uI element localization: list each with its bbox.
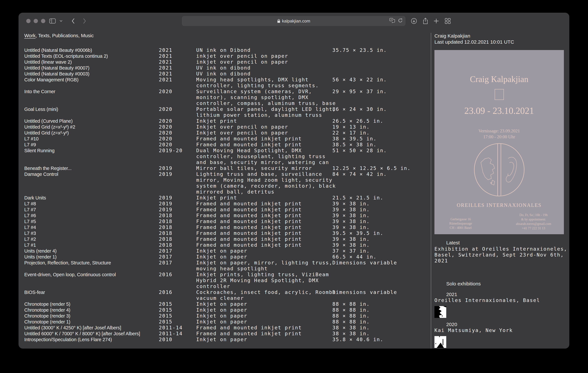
nav-link-work[interactable]: Work: [24, 33, 36, 38]
lock-icon[interactable]: [277, 19, 280, 23]
new-tab-button[interactable]: [433, 17, 440, 25]
work-year: 2019: [159, 165, 196, 171]
work-row: Untitled (3000° K / 4250° K) [after Jose…: [24, 325, 431, 331]
sidebar-toggle-button[interactable]: [49, 17, 56, 25]
zoom-button[interactable]: [41, 19, 45, 23]
work-title-link[interactable]: L7 #9: [24, 142, 159, 148]
work-year: 2018: [159, 242, 196, 248]
work-row: Beneath the Register...2019Mirror ball t…: [24, 165, 431, 171]
work-title-link[interactable]: Chronotope (render 5): [24, 301, 159, 307]
sidebar-menu-chevron[interactable]: [59, 17, 63, 25]
close-button[interactable]: [26, 19, 31, 23]
minimize-button[interactable]: [34, 19, 38, 23]
work-title-link[interactable]: L7 #10: [24, 136, 159, 142]
solo-venue-link[interactable]: Oreilles Internaxionales, Basel: [434, 297, 569, 303]
work-title-link[interactable]: Untitled (Natural Beauty #0003): [24, 71, 159, 77]
work-title-link[interactable]: Untitled Grid (z=x²-y²): [24, 130, 159, 136]
work-year: 2015: [159, 313, 196, 319]
work-title-link[interactable]: Untitled (Curved Plane): [24, 118, 159, 124]
work-year: 2021: [159, 71, 196, 77]
forward-button[interactable]: [81, 17, 88, 25]
work-materials: Framed and mounted inkjet print: [196, 224, 337, 230]
work-title-link[interactable]: Units (render 1): [24, 254, 159, 260]
work-year: 2021: [159, 47, 196, 53]
poster-address: Gerbergasse 16 Rümelinspassage CH - 4001…: [441, 217, 480, 230]
work-row: L7 #92020Framed and mounted inkjet print…: [24, 142, 431, 148]
nav-link-texts[interactable]: Texts: [38, 33, 49, 38]
work-title-link[interactable]: L7 #4: [24, 224, 159, 230]
poster-info-line: & by appointment:: [506, 217, 561, 222]
poster-artist: Craig Kalpakjian: [434, 74, 564, 84]
downloads-button[interactable]: [410, 17, 418, 25]
share-icon: [423, 18, 428, 24]
work-dimensions: 39 × 38 in.: [332, 224, 431, 230]
solo-year: 2021: [434, 291, 569, 297]
work-title-link[interactable]: L7 #3: [24, 230, 159, 236]
nav-link-publications[interactable]: Publications: [52, 33, 78, 38]
work-row: Untitled (Natural Beauty #0003)2021UV in…: [24, 71, 431, 77]
work-title-link[interactable]: Color Management (RGB): [24, 77, 159, 83]
mountain-thumbnail[interactable]: [434, 336, 446, 348]
work-title-link[interactable]: Damage Control: [24, 171, 159, 177]
work-year: 2019: [159, 201, 196, 207]
work-title-link[interactable]: L7 #1: [24, 242, 159, 248]
reload-icon[interactable]: [398, 18, 403, 24]
back-button[interactable]: [70, 17, 77, 25]
work-materials: Inkjet print: [196, 118, 337, 124]
latest-text: Exhibition at Oreilles Internaxioneles, …: [434, 246, 569, 264]
translate-icon[interactable]: A: [389, 18, 395, 24]
work-materials: inkjet over pencil on paper: [196, 53, 337, 59]
work-title-link[interactable]: Untitled (Natural Beauty #0006b): [24, 47, 159, 53]
exhibition-poster[interactable]: Craig Kalpakjian 23.09 - 23.10.2021 Vern…: [434, 50, 564, 234]
work-title-link[interactable]: Chronotope (render 3): [24, 313, 159, 319]
work-row: L7 #42018Framed and mounted inkjet print…: [24, 224, 431, 230]
work-title-link[interactable]: Dark Units: [24, 195, 159, 201]
work-title-link[interactable]: L7 #7: [24, 207, 159, 213]
work-title-link[interactable]: Silent Running: [24, 148, 159, 154]
work-title-link[interactable]: L7 #2: [24, 236, 159, 242]
work-title-link[interactable]: Event-driven, Open loop, Continuous cont…: [24, 272, 159, 278]
poster-info-line: Do, Fr, Sa | 16h - 19h: [506, 213, 561, 217]
work-title-link[interactable]: Untitled Texts (EOL-scriptura continua 2…: [24, 53, 159, 59]
work-row: Untitled Texts (EOL-scriptura continua 2…: [24, 53, 431, 59]
work-title-link[interactable]: Beneath the Register...: [24, 165, 159, 171]
work-title-link[interactable]: Projection, Reflection, Structure, Struc…: [24, 260, 159, 266]
work-title-link[interactable]: Untitled (Natural Beauty #0007): [24, 65, 159, 71]
tab-overview-button[interactable]: [444, 17, 451, 25]
last-updated: Last updated 12.02.2021 10:01 UTC: [434, 39, 569, 45]
work-row: Untitled (Natural Beauty #0007)2021UV in…: [24, 65, 431, 71]
work-row: Chronotope (render 5)2015Inkjet on paper…: [24, 301, 431, 307]
poster-info-line: absarah.torres@gmail.com: [506, 222, 561, 226]
work-title-link[interactable]: L7 #5: [24, 218, 159, 224]
work-materials: Framed and mounted inkjet print: [196, 201, 337, 207]
url-field[interactable]: kalpakjian.com A: [182, 16, 405, 26]
work-title-link[interactable]: BIOS-fear: [24, 289, 159, 295]
work-row: Untitled (Curved Plane)2020Inkjet print2…: [24, 118, 431, 124]
map-thumbnail[interactable]: [434, 306, 446, 318]
work-title-link[interactable]: Untitled Grid (z=x²-y²) #2: [24, 124, 159, 130]
work-materials: Framed and mounted inkjet print: [196, 213, 337, 218]
work-title-link[interactable]: Chronotope (render 4): [24, 307, 159, 313]
poster-vernissage: Vernissage: 23.09.2021: [434, 128, 564, 134]
work-title-link[interactable]: Untitled 6000° K / 7000° K / 8000° K) [a…: [24, 331, 159, 337]
poster-opening-info: Do, Fr, Sa | 16h - 19h & by appointment:…: [506, 213, 561, 230]
work-title-link[interactable]: L7 #6: [24, 213, 159, 218]
work-title-link[interactable]: L7 #8: [24, 201, 159, 207]
work-title-link[interactable]: Introspection/Speculation (Lens Flare 27…: [24, 337, 159, 342]
poster-hours: 17:00 - 20:00 Uhr: [434, 134, 564, 139]
work-dimensions: 22 × 17 in.: [332, 130, 431, 136]
work-title-link[interactable]: Untitled (linear wave 2): [24, 59, 159, 65]
work-title-link[interactable]: Goal Less (mini): [24, 106, 159, 112]
work-materials: Framed and mounted inkjet print: [196, 325, 337, 331]
work-title-link[interactable]: Untitled (3000° K / 4250° K) [after Jose…: [24, 325, 159, 331]
work-title-link[interactable]: Into the Corner: [24, 89, 159, 94]
work-dimensions: 37 × 37 in.: [332, 248, 431, 254]
work-title-link[interactable]: Chronotope (render 1): [24, 319, 159, 325]
work-materials: Framed and mounted inkjet print: [196, 142, 337, 148]
work-title-link[interactable]: Units (render 4): [24, 248, 159, 254]
work-dimensions: 38 × 38 in.: [332, 331, 431, 337]
solo-venue-link[interactable]: Kai Matsumiya, New York: [434, 327, 569, 333]
nav-link-music[interactable]: Music: [81, 33, 94, 38]
share-button[interactable]: [422, 17, 429, 25]
url-text: kalpakjian.com: [282, 19, 310, 24]
